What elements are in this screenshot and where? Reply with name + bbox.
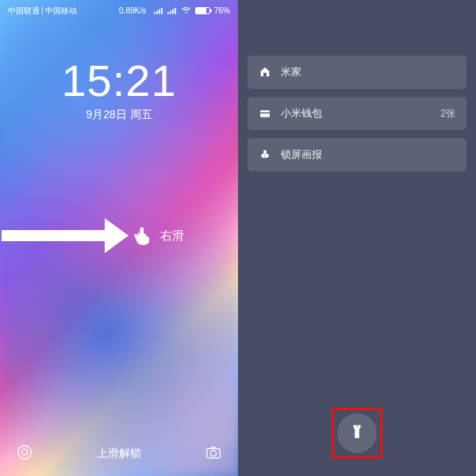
carrier-2: 中国移动: [45, 6, 77, 17]
svg-rect-6: [172, 10, 174, 14]
svg-rect-0: [154, 12, 155, 13]
flashlight-icon: [348, 423, 366, 443]
status-carriers: 中国联通 | 中国移动: [8, 6, 77, 17]
wifi-icon: [181, 5, 191, 17]
shortcut-item-label: 小米钱包: [281, 106, 440, 121]
svg-rect-7: [175, 8, 176, 14]
battery-icon: [195, 7, 210, 14]
shortcut-item-label: 米家: [281, 65, 455, 79]
lockscreen-bottom-bar: 上滑解锁: [0, 443, 238, 463]
unlock-hint-label: 上滑解锁: [97, 447, 141, 461]
flower-icon: [259, 148, 271, 161]
swipe-right-label: 右滑: [160, 228, 184, 244]
battery-percent: 76%: [214, 6, 230, 15]
svg-point-11: [210, 451, 216, 456]
home-shortcut-icon[interactable]: [16, 443, 33, 463]
svg-rect-3: [161, 8, 163, 14]
svg-point-9: [21, 449, 27, 455]
shortcut-item-wallpaper[interactable]: 锁屏画报: [248, 138, 466, 171]
svg-rect-12: [260, 110, 270, 117]
shortcut-item-mijia[interactable]: 米家: [248, 56, 466, 89]
lockscreen-date: 9月28日 周五: [0, 108, 238, 122]
arrow-right-icon: [105, 218, 129, 253]
shortcut-item-label: 锁屏画报: [281, 148, 455, 162]
svg-rect-2: [159, 10, 160, 14]
signal-bars-2-icon: [167, 7, 177, 14]
lockscreen-time: 15:21: [0, 55, 238, 106]
svg-rect-5: [170, 11, 171, 14]
flashlight-button[interactable]: [337, 413, 377, 453]
shortcut-item-wallet[interactable]: 小米钱包 2张: [248, 97, 466, 130]
status-right: 0.89K/s 76%: [119, 5, 230, 17]
status-bar: 中国联通 | 中国移动 0.89K/s 76%: [0, 0, 238, 17]
network-speed: 0.89K/s: [119, 6, 146, 15]
swipe-right-hint: 右滑: [0, 218, 238, 253]
signal-bars-1-icon: [154, 7, 163, 14]
mijia-icon: [259, 66, 271, 79]
wallet-icon: [259, 107, 271, 120]
shortcut-panel[interactable]: 米家 小米钱包 2张 锁屏画报: [238, 0, 476, 476]
svg-rect-4: [167, 12, 169, 13]
camera-shortcut-icon[interactable]: [205, 443, 222, 463]
svg-rect-1: [156, 11, 158, 14]
shortcut-item-trailing: 2张: [440, 107, 455, 121]
pointing-hand-icon: [132, 225, 154, 247]
svg-point-8: [18, 446, 32, 459]
flashlight-highlight: [332, 408, 382, 459]
carrier-divider: |: [41, 6, 44, 17]
carrier-1: 中国联通: [8, 6, 40, 17]
svg-rect-13: [260, 113, 270, 113]
arrow-shaft: [2, 230, 105, 241]
lockscreen-panel: 中国联通 | 中国移动 0.89K/s 76% 15:21 9月28日 周五: [0, 0, 238, 476]
